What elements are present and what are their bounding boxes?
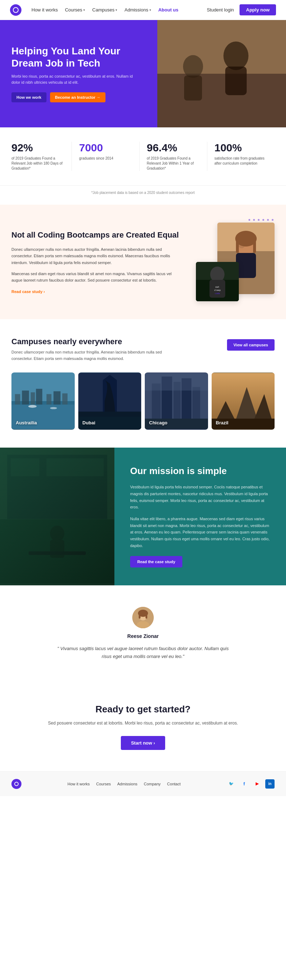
stat-number: 7000 (79, 142, 132, 154)
cta-description: Sed posuere consectetur est at lobortis.… (11, 720, 275, 727)
testimonial-quote: " Vivamus sagittis lacus vel augue laore… (54, 645, 232, 660)
become-instructor-button[interactable]: Become an Instructor → (50, 92, 105, 102)
campus-name-dubai: Dubai (83, 420, 95, 425)
campuses-header: Campuses nearly everywhere Donec ullamco… (11, 337, 275, 362)
bootcamp-title: Not all Coding Bootcamps are Created Equ… (11, 230, 182, 240)
svg-rect-25 (31, 393, 35, 405)
svg-rect-66 (146, 613, 147, 619)
campus-card-australia[interactable]: Austrailia (11, 372, 75, 430)
svg-rect-26 (36, 389, 43, 405)
stats-note: *Job placement data is based on a 2020 s… (0, 186, 286, 205)
footer-main: How it works Courses Admissions Company … (11, 779, 275, 789)
footer-link-how[interactable]: How it works (68, 782, 90, 786)
hero-buttons: How we work Become an Instructor → (11, 92, 133, 102)
footer-link-courses[interactable]: Courses (96, 782, 111, 786)
footer: How it works Courses Admissions Company … (0, 772, 286, 796)
svg-text:code: code (215, 292, 220, 294)
svg-rect-12 (236, 239, 239, 253)
stat-description: graduates since 2014 (79, 156, 132, 161)
bootcamp-images: for(let i=0;i<30;i++) document.write('<d… (196, 223, 275, 301)
apply-now-button[interactable]: Apply now (240, 4, 276, 15)
read-case-study-button[interactable]: Read the case study (130, 556, 182, 568)
nav-courses[interactable]: Courses ▾ (65, 7, 85, 13)
svg-rect-28 (54, 391, 61, 405)
svg-point-31 (28, 405, 37, 408)
stat-number: 92% (11, 142, 64, 154)
stat-number: 96.4% (147, 142, 200, 154)
linkedin-icon[interactable]: in (265, 779, 275, 789)
campuses-title: Campuses nearly everywhere (11, 337, 227, 346)
campus-name-brazil: Brazil (216, 420, 229, 425)
campus-card-brazil[interactable]: Brazil (211, 372, 275, 430)
how-we-work-button[interactable]: How we work (11, 92, 46, 102)
mission-content: Our mission is simple Vestibulum id ligu… (114, 448, 286, 585)
svg-text:sleep: sleep (214, 289, 221, 291)
mission-paragraph-2: Nulla vitae elit libero, a pharetra augu… (130, 515, 270, 549)
stat-description: of 2019 Graduates Found a Relevant Job w… (11, 156, 64, 171)
svg-text:eat: eat (216, 286, 219, 288)
footer-link-company[interactable]: Company (144, 782, 160, 786)
hero-content: Helping You Land Your Dream Job in Tech … (11, 45, 133, 102)
campus-name-chicago: Chicago (149, 420, 167, 425)
start-now-button[interactable]: Start now › (121, 736, 165, 750)
footer-link-admissions[interactable]: Admissions (117, 782, 137, 786)
hero-title: Helping You Land Your Dream Job in Tech (11, 45, 133, 69)
svg-rect-24 (22, 391, 29, 405)
bootcamp-section: Not all Coding Bootcamps are Created Equ… (0, 205, 286, 319)
stat-item: 92% of 2019 Graduates Found a Relevant J… (11, 142, 72, 171)
svg-rect-30 (11, 405, 75, 430)
nav-admissions[interactable]: Admissions ▾ (124, 7, 151, 13)
svg-rect-29 (62, 394, 68, 405)
bootcamp-text: Not all Coding Bootcamps are Created Equ… (11, 230, 182, 294)
mission-image-overlay (0, 448, 114, 585)
hero-section: Helping You Land Your Dream Job in Tech … (0, 20, 286, 127)
mission-section: Our mission is simple Vestibulum id ligu… (0, 448, 286, 585)
view-all-campuses-button[interactable]: View all campuses (227, 339, 275, 351)
testimonial-avatar (132, 607, 154, 628)
twitter-icon[interactable]: 🐦 (227, 779, 236, 789)
chevron-down-icon: ▾ (116, 8, 117, 12)
footer-social: 🐦 f ▶ in (227, 779, 275, 789)
svg-rect-65 (139, 613, 140, 619)
nav-about-us[interactable]: About us (158, 7, 178, 13)
youtube-icon[interactable]: ▶ (253, 779, 262, 789)
stat-item: 7000 graduates since 2014 (72, 142, 140, 171)
campus-grid: Austrailia Dubai (11, 372, 275, 430)
stat-item: 96.4% of 2019 Graduates Found a Relevant… (140, 142, 207, 171)
footer-logo[interactable] (11, 779, 21, 789)
read-case-study-link[interactable]: Read case study › (11, 290, 182, 294)
hero-subtitle: Morbi leo risus, porta ac consectetur ac… (11, 73, 133, 85)
bootcamp-paragraph-2: Maecenas sed diam eget risus varius blan… (11, 270, 182, 284)
nav-how-it-works[interactable]: How it works (32, 7, 58, 13)
stats-section: 92% of 2019 Graduates Found a Relevant J… (0, 127, 286, 205)
testimonial-name: Reese Zionar (11, 633, 275, 639)
campuses-description: Donec ullamcorper nulla non metus auctor… (11, 349, 172, 362)
campus-card-dubai[interactable]: Dubai (78, 372, 141, 430)
nav-campuses[interactable]: Campuses ▾ (92, 7, 117, 13)
footer-logo-inner (14, 782, 19, 786)
svg-rect-23 (15, 394, 21, 405)
stats-grid: 92% of 2019 Graduates Found a Relevant J… (0, 127, 286, 186)
svg-rect-3 (225, 67, 247, 95)
testimonial-section: Reese Zionar " Vivamus sagittis lacus ve… (0, 585, 286, 682)
facebook-icon[interactable]: f (240, 779, 249, 789)
svg-point-32 (50, 407, 57, 409)
stat-description: satisfaction rate from graduates after c… (214, 156, 267, 166)
campus-card-chicago[interactable]: Chicago (145, 372, 208, 430)
svg-rect-9 (236, 253, 256, 278)
stat-number: 100% (214, 142, 267, 154)
footer-link-contact[interactable]: Contact (167, 782, 181, 786)
chevron-down-icon: ▾ (149, 8, 151, 12)
svg-rect-13 (253, 239, 256, 253)
footer-links: How it works Courses Admissions Company … (68, 782, 181, 786)
cta-title: Ready to get started? (11, 704, 275, 715)
logo[interactable] (10, 4, 21, 16)
chevron-down-icon: ▾ (83, 8, 85, 12)
cta-section: Ready to get started? Sed posuere consec… (0, 682, 286, 772)
campus-name-australia: Austrailia (16, 420, 37, 425)
student-login-button[interactable]: Student login (207, 7, 234, 13)
stat-description: of 2019 Graduates Found a Relevant Job W… (147, 156, 200, 171)
svg-rect-27 (46, 394, 51, 405)
bootcamp-paragraph-1: Donec ullamcorper nulla non metus auctor… (11, 246, 182, 266)
nav-links: How it works Courses ▾ Campuses ▾ Admiss… (32, 7, 207, 13)
